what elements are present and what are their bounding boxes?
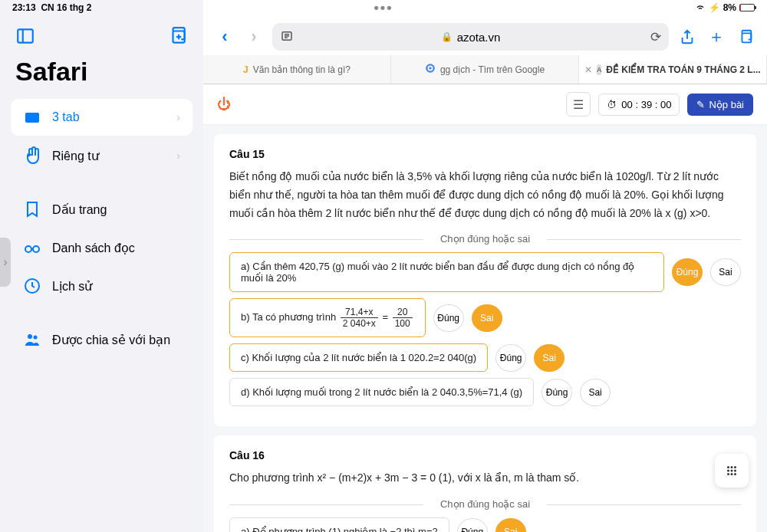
new-tab-icon[interactable] <box>168 26 188 49</box>
option-a: a) Để phương trình (1) nghiệm là −2 thì … <box>229 517 449 532</box>
question-title: Câu 15 <box>229 148 741 160</box>
option-b: b) Ta có phương trình 71,4+x2 040+x = 20… <box>229 298 426 337</box>
sidebar-item-label: Được chia sẻ với bạn <box>52 333 180 347</box>
svg-point-19 <box>731 466 733 468</box>
forward-button[interactable]: › <box>243 26 265 48</box>
question-title: Câu 16 <box>229 449 741 461</box>
false-button[interactable]: Sai <box>534 344 565 372</box>
lock-icon: 🔒 <box>441 31 453 42</box>
true-button[interactable]: Đúng <box>542 379 572 406</box>
hand-icon <box>23 146 41 165</box>
svg-point-6 <box>25 246 31 252</box>
svg-point-10 <box>34 336 38 340</box>
share-button[interactable] <box>676 26 698 48</box>
sidebar-item-label: Danh sách đọc <box>52 241 180 255</box>
sidebar-item-shared[interactable]: Được chia sẻ với bạn <box>11 321 193 358</box>
svg-point-21 <box>727 470 729 472</box>
false-button[interactable]: Sai <box>495 518 526 532</box>
sidebar-toggle-icon[interactable] <box>15 26 35 49</box>
status-bar: 23:13 CN 16 thg 2 ••• ⚡ 8% <box>0 0 767 15</box>
tab-label: Văn bản thông tin là gì? <box>253 64 351 75</box>
safari-sidebar: Safari 3 tab › Riêng tư › Dấu trang Danh… <box>0 0 203 532</box>
wifi-icon <box>695 2 706 15</box>
tabs-overview-button[interactable] <box>735 26 756 48</box>
glasses-icon <box>23 238 41 257</box>
svg-rect-15 <box>742 33 751 42</box>
battery-icon <box>739 4 755 11</box>
edit-icon: ✎ <box>696 99 705 110</box>
svg-rect-5 <box>25 113 39 123</box>
tab-2[interactable]: gg dịch - Tìm trên Google <box>391 55 579 84</box>
tabs-icon <box>23 108 41 126</box>
sidebar-item-readinglist[interactable]: Danh sách đọc <box>11 229 193 266</box>
address-bar[interactable]: 🔒 azota.vn ⟳ <box>272 23 669 51</box>
true-button[interactable]: Đúng <box>495 344 526 372</box>
slide-over-handle[interactable]: › <box>0 238 11 287</box>
choice-heading: Chọn đúng hoặc sai <box>229 233 741 245</box>
browser-main: ‹ › 🔒 azota.vn ⟳ ＋ J Văn bản thông tin l… <box>203 0 767 532</box>
tab-favicon: A <box>597 64 601 75</box>
svg-point-18 <box>727 466 729 468</box>
sidebar-item-bookmarks[interactable]: Dấu trang <box>11 191 193 228</box>
sidebar-item-history[interactable]: Lịch sử <box>11 268 193 304</box>
tab-favicon: J <box>243 64 249 75</box>
app-title: Safari <box>0 54 203 97</box>
multitask-dots[interactable]: ••• <box>374 0 393 16</box>
status-time: 23:13 CN 16 thg 2 <box>12 2 695 13</box>
bookmark-icon <box>23 200 41 218</box>
svg-point-9 <box>28 334 32 339</box>
svg-point-25 <box>731 473 733 475</box>
timer: ⏱ 00 : 39 : 00 <box>598 94 680 116</box>
svg-point-20 <box>734 466 736 468</box>
tab-label: gg dịch - Tìm trên Google <box>440 64 545 75</box>
svg-point-22 <box>731 470 733 472</box>
tab-favicon <box>425 63 436 76</box>
tab-1[interactable]: J Văn bản thông tin là gì? <box>203 55 391 84</box>
chevron-right-icon: › <box>176 111 180 123</box>
false-button[interactable]: Sai <box>472 304 502 332</box>
svg-point-24 <box>727 473 729 475</box>
close-tab-icon[interactable]: ✕ <box>584 64 592 75</box>
sidebar-item-label: Lịch sử <box>52 279 180 294</box>
svg-point-7 <box>33 246 39 252</box>
true-button[interactable]: Đúng <box>457 518 488 532</box>
svg-point-26 <box>734 473 736 475</box>
submit-button[interactable]: ✎ Nộp bài <box>687 94 753 116</box>
people-icon <box>23 330 41 349</box>
option-c: c) Khối lượng của 2 lít nước biển là 1 0… <box>229 343 488 372</box>
sidebar-item-label: Riêng tư <box>52 149 166 163</box>
power-icon[interactable]: ⏻ <box>217 97 231 113</box>
url-text: azota.vn <box>457 31 501 44</box>
svg-point-17 <box>429 67 432 70</box>
page-content: ⏻ ☰ ⏱ 00 : 39 : 00 ✎ Nộp bài Câu 15 Biết… <box>203 84 767 532</box>
true-button[interactable]: Đúng <box>672 258 703 286</box>
true-button[interactable]: Đúng <box>433 304 464 332</box>
tabs-row: J Văn bản thông tin là gì? gg dịch - Tìm… <box>203 55 767 84</box>
list-view-button[interactable]: ☰ <box>566 92 591 117</box>
clock-icon <box>23 277 41 295</box>
tab-3[interactable]: ✕ A ĐỀ KIỂM TRA TOÁN 9 THÁNG 2 L... <box>579 55 767 84</box>
question-text: Cho phương trình x² − (m+2)x + 3m − 3 = … <box>229 469 741 488</box>
choice-heading: Chọn đúng hoặc sai <box>229 498 741 510</box>
option-a: a) Cần thêm 420,75 (g) muối vào 2 lít nư… <box>229 252 664 292</box>
svg-rect-0 <box>18 29 33 42</box>
grid-fab[interactable] <box>715 454 749 488</box>
reader-mode-icon[interactable] <box>280 29 294 45</box>
false-button[interactable]: Sai <box>710 258 741 286</box>
svg-point-23 <box>734 470 736 472</box>
sidebar-item-label: Dấu trang <box>52 202 180 217</box>
reload-icon[interactable]: ⟳ <box>650 29 661 45</box>
question-16: Câu 16 Cho phương trình x² − (m+2)x + 3m… <box>214 435 756 532</box>
sidebar-item-private[interactable]: Riêng tư › <box>11 137 193 174</box>
back-button[interactable]: ‹ <box>214 26 235 48</box>
false-button[interactable]: Sai <box>580 379 611 406</box>
question-text: Biết nồng độ muối của nước biển là 3,5% … <box>229 168 741 222</box>
new-tab-button[interactable]: ＋ <box>706 26 727 48</box>
stopwatch-icon: ⏱ <box>607 99 617 110</box>
sidebar-item-label: 3 tab <box>52 110 166 124</box>
sidebar-item-tabs[interactable]: 3 tab › <box>11 99 193 136</box>
option-d: d) Khối lượng muối trong 2 lít nước biển… <box>229 378 534 406</box>
chevron-right-icon: › <box>176 149 180 162</box>
battery-text: ⚡ 8% <box>709 2 736 13</box>
tab-label: ĐỀ KIỂM TRA TOÁN 9 THÁNG 2 L... <box>606 64 760 75</box>
